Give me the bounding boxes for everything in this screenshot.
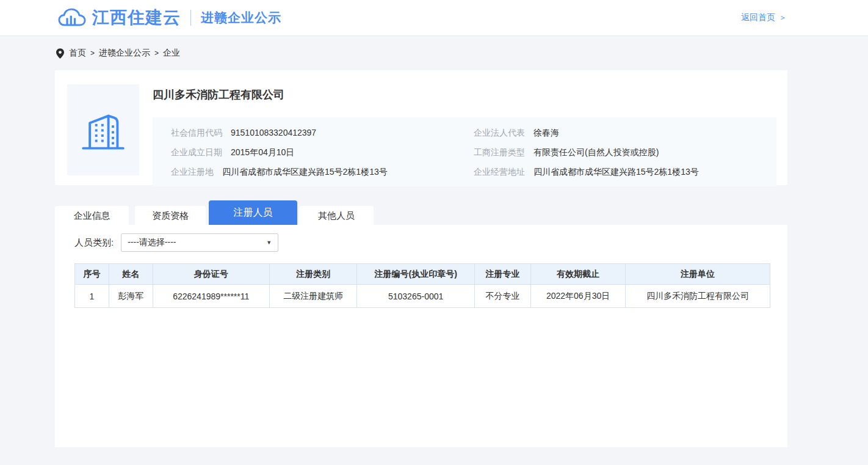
personnel-table: 序号 姓名 身份证号 注册类别 注册编号(执业印章号) 注册专业 有效期截止 注…	[74, 263, 770, 308]
breadcrumb-separator: >	[154, 49, 159, 57]
personnel-category-label: 人员类别:	[74, 237, 114, 249]
cell-registration-major: 不分专业	[474, 285, 530, 308]
cell-registered-unit: 四川多禾消防工程有限公司	[626, 285, 770, 308]
tab-company-info[interactable]: 企业信息	[55, 206, 129, 225]
col-header-registered-unit: 注册单位	[626, 264, 770, 285]
cloud-logo-icon	[58, 8, 86, 28]
chevron-down-icon: ▼	[266, 240, 272, 246]
chevron-right-icon: ＞	[779, 12, 787, 23]
personnel-category-select[interactable]: ----请选择---- ▼	[121, 233, 278, 252]
table-row: 1 彭海军 6226241989******11 二级注册建筑师 5103265…	[75, 285, 770, 308]
location-pin-icon	[56, 48, 64, 59]
company-icon-box	[67, 84, 139, 175]
cell-name: 彭海军	[109, 285, 153, 308]
col-header-registration-number: 注册编号(执业印章号)	[357, 264, 474, 285]
logo-divider	[190, 10, 191, 26]
company-info-panel: 社会信用代码915101083320412397 企业成立日期2015年04月1…	[153, 117, 776, 186]
field-registered-place: 企业注册地四川省成都市成华区建兴路15号2栋1楼13号	[171, 165, 474, 178]
col-header-id-number: 身份证号	[153, 264, 269, 285]
col-header-registration-major: 注册专业	[474, 264, 530, 285]
cell-valid-until: 2022年06月30日	[531, 285, 626, 308]
breadcrumb-enterprise-publicity[interactable]: 进赣企业公示	[99, 48, 150, 59]
field-registration-type: 工商注册类型有限责任公司(自然人投资或控股)	[474, 145, 776, 159]
cell-index: 1	[75, 285, 109, 308]
tab-bar: 企业信息 资质资格 注册人员 其他人员	[55, 200, 868, 225]
logo-area: 江西住建云 进赣企业公示	[58, 6, 281, 29]
col-header-index: 序号	[75, 264, 109, 285]
filter-row: 人员类别: ----请选择---- ▼	[74, 233, 768, 252]
back-home-link[interactable]: 返回首页 ＞	[741, 12, 787, 23]
field-establish-date: 企业成立日期2015年04月10日	[171, 145, 474, 159]
company-main: 四川多禾消防工程有限公司 社会信用代码915101083320412397 企业…	[153, 84, 776, 185]
col-header-registration-category: 注册类别	[269, 264, 357, 285]
company-info-left-column: 社会信用代码915101083320412397 企业成立日期2015年04月1…	[171, 125, 474, 180]
tab-other-personnel[interactable]: 其他人员	[299, 206, 374, 225]
tab-qualifications[interactable]: 资质资格	[135, 206, 206, 225]
company-info-right-column: 企业法人代表徐春海 工商注册类型有限责任公司(自然人投资或控股) 企业经营地址四…	[474, 125, 776, 180]
company-name: 四川多禾消防工程有限公司	[153, 87, 776, 102]
field-legal-representative: 企业法人代表徐春海	[474, 126, 776, 139]
select-value: ----请选择----	[128, 237, 176, 248]
cell-registration-category: 二级注册建筑师	[269, 285, 357, 308]
breadcrumb-separator: >	[90, 49, 95, 57]
app-subtitle: 进赣企业公示	[201, 9, 281, 26]
app-header: 江西住建云 进赣企业公示 返回首页 ＞	[0, 0, 868, 36]
table-header-row: 序号 姓名 身份证号 注册类别 注册编号(执业印章号) 注册专业 有效期截止 注…	[75, 264, 770, 285]
breadcrumb-home[interactable]: 首页	[69, 48, 86, 59]
registered-personnel-panel: 人员类别: ----请选择---- ▼ 序号 姓名 身份证号 注册类别 注册编号…	[55, 225, 787, 447]
back-home-label: 返回首页	[741, 12, 775, 23]
cell-registration-number: 5103265-0001	[357, 285, 474, 308]
field-business-address: 企业经营地址四川省成都市成华区建兴路15号2栋1楼13号	[474, 165, 776, 178]
company-card: 四川多禾消防工程有限公司 社会信用代码915101083320412397 企业…	[55, 70, 787, 185]
field-credit-code: 社会信用代码915101083320412397	[171, 126, 474, 139]
col-header-valid-until: 有效期截止	[531, 264, 626, 285]
breadcrumb-current: 企业	[163, 48, 180, 59]
col-header-name: 姓名	[109, 264, 153, 285]
tab-registered-personnel[interactable]: 注册人员	[209, 200, 297, 225]
breadcrumb: 首页 > 进赣企业公示 > 企业	[0, 36, 868, 70]
building-icon	[79, 108, 127, 153]
cell-id-number: 6226241989******11	[153, 285, 269, 308]
page: 江西住建云 进赣企业公示 返回首页 ＞ 首页 > 进赣企业公示 > 企业	[0, 0, 868, 465]
app-title: 江西住建云	[92, 6, 181, 29]
